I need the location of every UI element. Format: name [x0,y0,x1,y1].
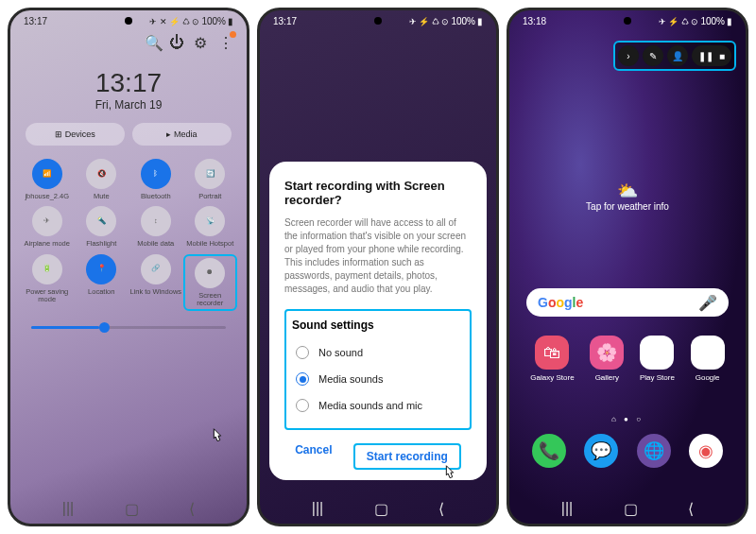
internet-app[interactable]: 🌐 [637,434,671,468]
nav-bar: ||| ▢ ⟨ [260,500,496,518]
home-button[interactable]: ▢ [125,500,139,518]
radio-option[interactable]: No sound [292,339,464,366]
gear-icon[interactable]: ⚙ [194,34,207,47]
media-button[interactable]: ▸ Media [132,123,232,146]
radio-option[interactable]: Media sounds and mic [292,392,464,419]
clock-time: 13:17 [10,68,247,98]
status-right: ✈ ⚡ ♺ ⊙ 100% ▮ [659,16,732,26]
status-time: 13:18 [523,16,546,26]
back-button[interactable]: ⟨ [438,500,444,518]
page-indicator: ⌂ ● ○ [509,415,746,423]
tile-screen-recorder[interactable]: ⏺Screen recorder [183,254,238,312]
recorder-dialog: Start recording with Screen recorder? Sc… [269,162,487,480]
stop-icon: ■ [719,51,725,61]
tile-mobile-hotspot[interactable]: 📡Mobile Hotspot [183,206,238,248]
cursor-icon [439,463,460,484]
tile-mobile-data[interactable]: ↕Mobile data [129,206,183,248]
messages-app[interactable]: 💬 [584,434,618,468]
back-button[interactable]: ⟨ [688,500,694,518]
radio-option[interactable]: Media sounds [292,366,464,392]
recents-button[interactable]: ||| [561,500,573,518]
person-icon[interactable]: 👤 [667,45,688,66]
app-google[interactable]: GGoogle [691,336,725,382]
phone-dialog: 13:17 ✈ ⚡ ♺ ⊙ 100% ▮ Start recording wit… [257,8,499,526]
power-icon[interactable]: ⏻ [169,34,182,47]
app-play-store[interactable]: ▶Play Store [640,336,675,382]
qs-toolbar: 🔍 ⏻ ⚙ ⋮ [10,28,247,53]
tile-bluetooth[interactable]: ᛒBluetooth [129,159,183,200]
clock: 13:17 Fri, March 19 [10,53,247,123]
tile-jbhouse-g[interactable]: 📶jbhouse_2.4G [20,159,75,200]
camera-app[interactable]: ◉ [689,434,723,468]
weather-widget[interactable]: ⛅ Tap for weather info [509,181,746,212]
tile-power-saving-mode[interactable]: 🔋Power saving mode [20,254,75,312]
pause-stop-controls[interactable]: ❚❚■ [692,45,731,66]
google-search[interactable]: Google 🎤 [526,288,729,317]
notification-badge [230,31,236,38]
sound-settings: Sound settings No soundMedia soundsMedia… [284,309,472,430]
camera-notch [125,17,132,25]
cancel-button[interactable]: Cancel [295,443,332,470]
phone-app[interactable]: 📞 [532,434,566,468]
sound-title: Sound settings [292,319,464,332]
cursor-icon [207,426,228,447]
phone-home: 13:18 ✈ ⚡ ♺ ⊙ 100% ▮ › ✎ 👤 ❚❚■ ⛅ Tap for… [507,8,748,526]
nav-bar: ||| ▢ ⟨ [509,500,746,518]
camera-notch [624,17,631,25]
app-gallery[interactable]: 🌸Gallery [590,336,624,382]
dialog-title: Start recording with Screen recorder? [284,179,472,207]
pause-icon: ❚❚ [698,51,713,61]
phone-quicksettings: 13:17 ✈ ✕ ⚡ ♺ ⊙ 100% ▮ 🔍 ⏻ ⚙ ⋮ 13:17 Fri… [8,8,249,526]
tile-portrait[interactable]: 🔄Portrait [183,159,238,200]
qs-tiles: 📶jbhouse_2.4G🔇MuteᛒBluetooth🔄Portrait✈Ai… [10,159,247,311]
google-logo: Google [538,295,583,310]
home-button[interactable]: ▢ [624,500,638,518]
recents-button[interactable]: ||| [62,500,74,518]
recorder-toolbar: › ✎ 👤 ❚❚■ [613,41,736,71]
status-right: ✈ ✕ ⚡ ♺ ⊙ 100% ▮ [149,16,233,26]
home-button[interactable]: ▢ [374,500,388,518]
status-time: 13:17 [273,16,297,26]
status-time: 13:17 [24,16,47,26]
camera-notch [374,17,382,25]
mic-icon[interactable]: 🎤 [698,294,717,312]
tile-mute[interactable]: 🔇Mute [75,159,129,200]
nav-bar: ||| ▢ ⟨ [10,500,247,518]
tile-location[interactable]: 📍Location [75,254,129,312]
pencil-icon[interactable]: ✎ [643,45,663,66]
app-galaxy-store[interactable]: 🛍Galaxy Store [530,336,574,382]
chevron-icon[interactable]: › [618,45,639,66]
clock-date: Fri, March 19 [10,98,247,112]
dialog-body: Screen recorder will have access to all … [284,216,472,296]
devices-button[interactable]: ⊞ Devices [26,123,125,146]
app-row: 🛍Galaxy Store🌸Gallery▶Play StoreGGoogle [509,336,746,382]
search-icon[interactable]: 🔍 [145,34,158,47]
tile-link-to-windows[interactable]: 🔗Link to Windows [129,254,183,312]
tile-airplane-mode[interactable]: ✈Airplane mode [20,206,75,248]
status-right: ✈ ⚡ ♺ ⊙ 100% ▮ [409,16,483,26]
dock: 📞 💬 🌐 ◉ [509,434,746,468]
back-button[interactable]: ⟨ [189,500,195,518]
tile-flashlight[interactable]: 🔦Flashlight [75,206,129,248]
qs-buttons: ⊞ Devices ▸ Media [10,123,247,159]
brightness-slider[interactable] [31,326,226,329]
recents-button[interactable]: ||| [312,500,323,518]
